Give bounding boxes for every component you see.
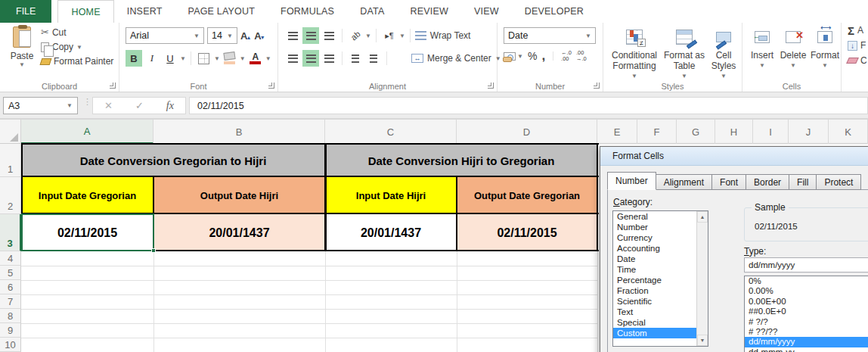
- enter-icon[interactable]: ✓: [135, 100, 144, 111]
- chevron-down-icon[interactable]: ▼: [365, 33, 371, 39]
- row-header-4[interactable]: 4: [0, 251, 21, 266]
- column-header-c[interactable]: C: [325, 120, 457, 144]
- cell-c3-value[interactable]: 20/01/1437: [325, 214, 457, 251]
- column-header-g[interactable]: G: [677, 120, 715, 144]
- cut-button[interactable]: ✂Cut: [41, 26, 113, 38]
- increase-indent-button[interactable]: [365, 50, 382, 67]
- clear-button[interactable]: C: [842, 53, 868, 68]
- row-header-3[interactable]: 3: [0, 214, 21, 251]
- chevron-down-icon[interactable]: ▼: [214, 55, 220, 62]
- type-option[interactable]: # ??/??: [745, 327, 868, 337]
- column-header-b[interactable]: B: [153, 120, 325, 144]
- font-name-select[interactable]: Arial▼: [126, 27, 204, 44]
- clipboard-dialog-launcher-icon[interactable]: [110, 83, 116, 89]
- dialog-tab-border[interactable]: Border: [746, 174, 789, 190]
- chevron-down-icon[interactable]: ▼: [399, 33, 405, 39]
- decrease-decimal-icon[interactable]: .00 →.0: [576, 50, 587, 62]
- formula-input[interactable]: 02/11/2015: [189, 97, 868, 114]
- type-option-selected[interactable]: dd/mm/yyyy: [745, 337, 868, 347]
- alignment-dialog-launcher-icon[interactable]: [488, 83, 494, 89]
- cell-b2-header[interactable]: Output Date Hijri: [153, 177, 325, 214]
- decrease-indent-button[interactable]: [347, 50, 364, 67]
- row-header-8[interactable]: 8: [0, 309, 21, 323]
- comma-style-button[interactable]: ,: [541, 52, 545, 60]
- tab-data[interactable]: DATA: [347, 0, 397, 23]
- font-dialog-launcher-icon[interactable]: [268, 83, 274, 89]
- scroll-up-icon[interactable]: ▲: [697, 211, 708, 223]
- dialog-tab-alignment[interactable]: Alignment: [656, 174, 712, 190]
- paste-button[interactable]: Paste ▼: [5, 26, 39, 76]
- chevron-down-icon[interactable]: ▼: [180, 55, 186, 62]
- copy-button[interactable]: Copy▼: [41, 42, 113, 52]
- decrease-font-size-icon[interactable]: A▼: [254, 30, 265, 42]
- dialog-tab-number[interactable]: Number: [607, 172, 656, 190]
- delete-cells-button[interactable]: Delete▼: [777, 26, 809, 71]
- type-option[interactable]: 0.00E+00: [745, 297, 868, 307]
- tab-home[interactable]: HOME: [57, 0, 113, 23]
- increase-decimal-icon[interactable]: ←.0 .00: [561, 50, 572, 62]
- conditional-formatting-button[interactable]: ≠ Conditional Formatting▼: [609, 26, 659, 82]
- dialog-title-bar[interactable]: Format Cells: [600, 147, 868, 166]
- format-cells-button[interactable]: Format▼: [809, 26, 841, 71]
- row-header-2[interactable]: 2: [0, 177, 21, 214]
- type-input[interactable]: dd/mm/yyyy: [744, 257, 868, 273]
- type-option[interactable]: # ?/?: [745, 317, 868, 327]
- row-header-9[interactable]: 9: [0, 323, 21, 338]
- tab-file[interactable]: FILE: [0, 0, 51, 23]
- tab-formulas[interactable]: FORMULAS: [268, 0, 347, 23]
- category-option[interactable]: Fraction: [613, 285, 708, 296]
- fill-color-button[interactable]: [222, 50, 238, 67]
- font-color-button[interactable]: A: [247, 50, 264, 67]
- align-center-button[interactable]: [302, 50, 319, 67]
- cell-d2-header[interactable]: Output Date Gregorian: [457, 177, 597, 214]
- category-option[interactable]: Currency: [613, 232, 708, 243]
- increase-font-size-icon[interactable]: A▲: [240, 30, 251, 42]
- category-option[interactable]: Text: [613, 307, 708, 317]
- borders-button[interactable]: [196, 50, 212, 67]
- number-format-select[interactable]: Date▼: [504, 27, 596, 44]
- cell-a2-header[interactable]: Input Date Gregorian: [21, 177, 153, 214]
- bold-button[interactable]: B: [126, 50, 142, 67]
- align-middle-button[interactable]: [302, 27, 319, 44]
- autosum-button[interactable]: ΣA: [842, 23, 868, 38]
- category-option[interactable]: Date: [613, 254, 708, 264]
- type-option[interactable]: ##0.0E+0: [745, 307, 868, 316]
- fill-handle[interactable]: [151, 248, 156, 253]
- column-header-d[interactable]: D: [457, 120, 597, 144]
- row-header-6[interactable]: 6: [0, 280, 21, 294]
- cell-styles-button[interactable]: Cell Styles▼: [708, 26, 739, 82]
- tab-page-layout[interactable]: PAGE LAYOUT: [175, 0, 268, 23]
- category-scrollbar[interactable]: ▲ ▼: [696, 211, 708, 346]
- type-option[interactable]: 0%: [745, 276, 868, 286]
- cell-b3-value[interactable]: 20/01/1437: [153, 214, 325, 251]
- orientation-button[interactable]: ab: [347, 27, 364, 44]
- cancel-icon[interactable]: ✕: [104, 100, 113, 111]
- category-option[interactable]: Percentage: [613, 275, 708, 285]
- category-option[interactable]: Special: [613, 317, 708, 328]
- column-header-j[interactable]: J: [789, 120, 829, 144]
- row-header-5[interactable]: 5: [0, 266, 21, 280]
- tab-review[interactable]: REVIEW: [397, 0, 461, 23]
- align-left-button[interactable]: [284, 50, 301, 67]
- tab-view[interactable]: VIEW: [461, 0, 512, 23]
- text-direction-button[interactable]: ▸¶: [381, 27, 398, 44]
- column-header-e[interactable]: E: [597, 120, 637, 144]
- align-bottom-button[interactable]: [321, 27, 337, 44]
- align-top-button[interactable]: [284, 27, 301, 44]
- fill-button[interactable]: ↓F: [842, 38, 868, 53]
- italic-button[interactable]: I: [144, 50, 160, 67]
- cell-a1-title[interactable]: Date Conversion Gregorian to Hijri: [21, 144, 325, 177]
- accounting-format-button[interactable]: ▼: [504, 52, 523, 61]
- merge-center-button[interactable]: ↔Merge & Center▼: [411, 53, 501, 64]
- category-option[interactable]: Scientific: [613, 296, 708, 307]
- row-header-7[interactable]: 7: [0, 294, 21, 309]
- insert-function-icon[interactable]: fx: [166, 100, 174, 112]
- category-option[interactable]: Time: [613, 264, 708, 275]
- percent-style-button[interactable]: %: [528, 50, 537, 62]
- name-box[interactable]: A3▼: [3, 97, 78, 114]
- category-option[interactable]: Number: [613, 222, 708, 232]
- dialog-tab-protection[interactable]: Protect: [817, 174, 861, 190]
- type-option[interactable]: dd-mmm-yy: [745, 347, 868, 352]
- chevron-down-icon[interactable]: ▼: [240, 55, 246, 62]
- cell-d3-value[interactable]: 02/11/2015: [457, 214, 597, 251]
